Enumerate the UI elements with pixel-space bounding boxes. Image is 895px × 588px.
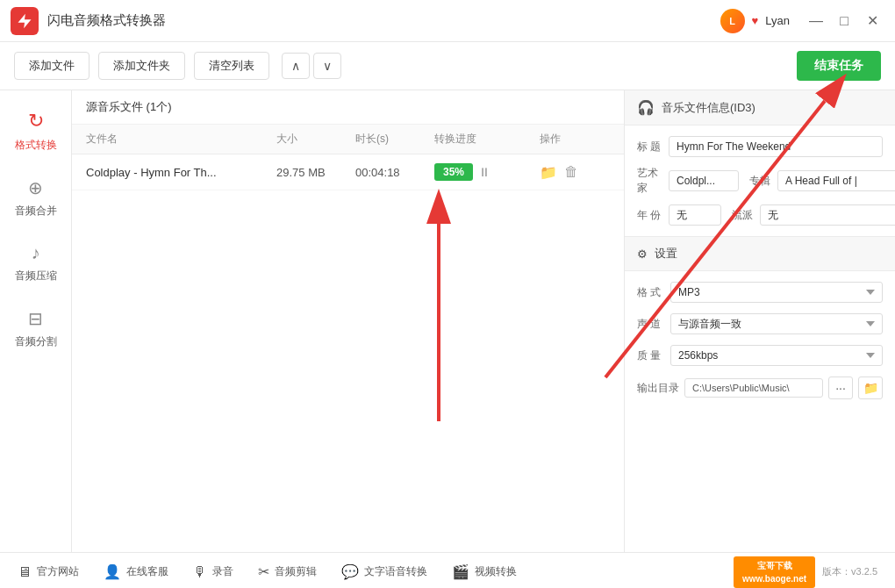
title-input[interactable]: [669, 136, 883, 157]
format-row: 格 式 MP3 AACFLACWAV: [637, 282, 883, 303]
user-name: Lyan: [765, 14, 790, 27]
quality-select[interactable]: 128kbps192kbps 256kbps320kbps: [670, 345, 883, 366]
col-progress: 转换进度: [434, 132, 540, 147]
app-title: 闪电音频格式转换器: [47, 12, 720, 29]
quality-row: 质 量 128kbps192kbps 256kbps320kbps: [637, 345, 883, 366]
sidebar-item-merge[interactable]: ⊕ 音频合并: [0, 165, 71, 231]
split-icon: ⊟: [28, 308, 43, 329]
cut-label: 音频剪辑: [275, 564, 317, 579]
minimize-button[interactable]: —: [804, 9, 828, 33]
open-output-folder-button[interactable]: 📁: [858, 376, 883, 399]
sidebar: ↻ 格式转换 ⊕ 音频合并 ♪ 音频压缩 ⊟ 音频分割: [0, 90, 72, 552]
file-size: 29.75 MB: [276, 166, 355, 179]
browse-dots-button[interactable]: ···: [828, 376, 853, 399]
artist-album-row: 艺术家 专辑: [637, 166, 883, 196]
channel-row: 声 道 与源音频一致 单声道立体声: [637, 313, 883, 334]
sidebar-label-merge: 音频合并: [15, 204, 57, 219]
service-item[interactable]: 👤 在线客服: [104, 563, 168, 580]
main-layout: ↻ 格式转换 ⊕ 音频合并 ♪ 音频压缩 ⊟ 音频分割 源音乐文件 (1个) 文…: [0, 90, 895, 552]
maximize-button[interactable]: □: [832, 9, 856, 33]
file-table-header: 文件名 大小 时长(s) 转换进度 操作: [72, 125, 624, 154]
sidebar-item-split[interactable]: ⊟ 音频分割: [0, 296, 71, 362]
table-row: Coldplay - Hymn For Th... 29.75 MB 00:04…: [72, 154, 624, 190]
website-item[interactable]: 🖥 官方网站: [18, 564, 79, 580]
record-item[interactable]: 🎙 录音: [193, 564, 233, 580]
add-folder-button[interactable]: 添加文件夹: [98, 52, 185, 80]
progress-cell: 35% ⏸: [434, 163, 540, 181]
year-genre-row: 年 份 流派: [637, 204, 883, 226]
video-label: 视频转换: [475, 564, 517, 579]
sidebar-label-compress: 音频压缩: [15, 269, 57, 283]
version-area: 宝哥下载www.baoge.net 版本：v3.2.5: [734, 556, 877, 588]
service-icon: 👤: [104, 563, 121, 580]
watermark-badge: 宝哥下载www.baoge.net: [734, 556, 815, 588]
progress-badge: 35%: [434, 163, 473, 181]
avatar: L: [720, 9, 745, 33]
open-folder-icon[interactable]: 📁: [540, 164, 557, 181]
album-label: 专辑: [746, 174, 770, 189]
format-select[interactable]: MP3 AACFLACWAV: [670, 282, 883, 303]
clear-list-button[interactable]: 清空列表: [194, 52, 269, 80]
vip-icon: ♥: [752, 14, 759, 27]
move-down-button[interactable]: ∨: [313, 53, 341, 79]
artist-input[interactable]: [669, 170, 739, 191]
album-input[interactable]: [777, 170, 895, 191]
format-label: 格 式: [637, 285, 662, 300]
sidebar-item-compress[interactable]: ♪ 音频压缩: [0, 231, 71, 296]
cut-item[interactable]: ✂ 音频剪辑: [258, 563, 317, 580]
output-path-input[interactable]: [684, 378, 823, 398]
file-actions: 📁 🗑: [540, 164, 610, 181]
title-bar: 闪电音频格式转换器 L ♥ Lyan — □ ✕: [0, 0, 895, 42]
col-size: 大小: [276, 132, 355, 147]
bottom-bar: 🖥 官方网站 👤 在线客服 🎙 录音 ✂ 音频剪辑 💬 文字语音转换 🎬 视频转…: [0, 552, 895, 588]
move-up-button[interactable]: ∧: [282, 53, 310, 79]
title-row: 标 题: [637, 136, 883, 157]
genre-input[interactable]: [760, 204, 895, 226]
title-label: 标 题: [637, 140, 662, 154]
channel-select[interactable]: 与源音频一致 单声道立体声: [670, 313, 883, 334]
merge-icon: ⊕: [28, 177, 43, 198]
compress-icon: ♪: [32, 243, 40, 263]
record-label: 录音: [212, 564, 233, 579]
settings-form: 格 式 MP3 AACFLACWAV 声 道 与源音频一致 单声道立体声 质 量…: [625, 271, 895, 410]
close-button[interactable]: ✕: [860, 9, 884, 33]
toolbar: 添加文件 添加文件夹 清空列表 ∧ ∨ 结束任务: [0, 42, 895, 90]
genre-label: 流派: [728, 208, 753, 223]
end-task-button[interactable]: 结束任务: [797, 51, 881, 81]
artist-label: 艺术家: [637, 166, 662, 196]
file-duration: 00:04:18: [355, 166, 434, 179]
quality-label: 质 量: [637, 348, 662, 363]
year-input[interactable]: [669, 204, 721, 226]
video-icon: 🎬: [452, 563, 469, 580]
sidebar-item-format[interactable]: ↻ 格式转换: [0, 97, 71, 165]
settings-section-header: ⚙ 设置: [625, 236, 895, 271]
website-label: 官方网站: [37, 564, 79, 579]
pause-icon[interactable]: ⏸: [478, 165, 490, 179]
headphone-icon: 🎧: [637, 99, 655, 116]
sidebar-label-split: 音频分割: [15, 334, 57, 349]
user-area: L ♥ Lyan: [720, 9, 790, 33]
order-buttons: ∧ ∨: [282, 53, 341, 79]
version-text: 版本：v3.2.5: [822, 565, 877, 578]
record-icon: 🎙: [193, 564, 207, 580]
sidebar-label-format: 格式转换: [15, 138, 57, 153]
file-list-header: 源音乐文件 (1个): [72, 90, 624, 125]
window-controls: — □ ✕: [804, 9, 884, 33]
info-section-header: 🎧 音乐文件信息(ID3): [625, 90, 895, 125]
output-label: 输出目录: [637, 381, 679, 396]
tts-item[interactable]: 💬 文字语音转换: [341, 563, 427, 580]
output-row: 输出目录 ··· 📁: [637, 376, 883, 399]
gear-icon: ⚙: [637, 247, 648, 261]
format-icon: ↻: [28, 110, 44, 133]
add-file-button[interactable]: 添加文件: [14, 52, 90, 80]
website-icon: 🖥: [18, 564, 32, 580]
delete-icon[interactable]: 🗑: [564, 164, 578, 180]
settings-title: 设置: [655, 246, 677, 262]
video-item[interactable]: 🎬 视频转换: [452, 563, 517, 580]
info-panel: 🎧 音乐文件信息(ID3) 标 题 艺术家 专辑 年 份 流派 ⚙: [625, 90, 895, 552]
file-name: Coldplay - Hymn For Th...: [86, 166, 276, 179]
info-form: 标 题 艺术家 专辑 年 份 流派: [625, 125, 895, 236]
year-label: 年 份: [637, 208, 662, 223]
col-duration: 时长(s): [355, 132, 434, 147]
channel-label: 声 道: [637, 317, 662, 332]
